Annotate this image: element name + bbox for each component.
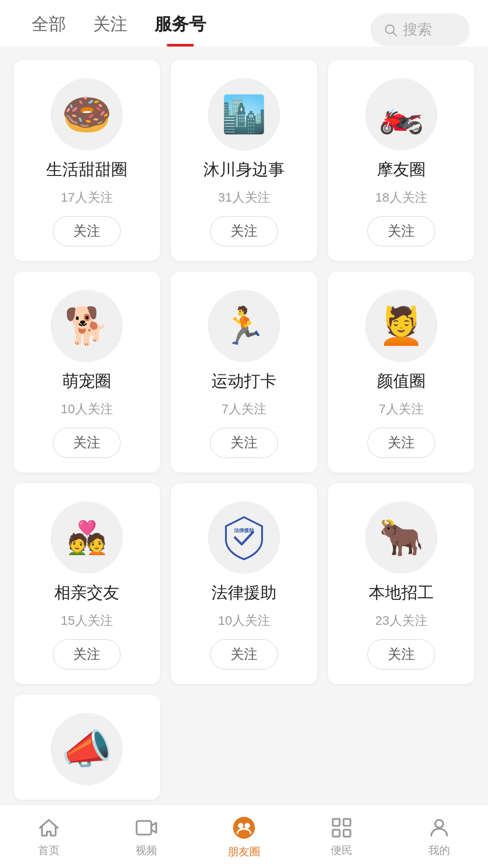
channel-card-2: 🏙️ 沐川身边事 31人关注 关注 [171,60,317,261]
follow-button-3[interactable]: 关注 [367,216,435,246]
channel-avatar-2: 🏙️ [208,78,280,151]
nav-item-video[interactable]: 视频 [115,816,178,858]
nav-label-apps: 便民 [331,843,352,858]
channel-name-6: 颜值圈 [377,370,426,392]
home-icon [37,816,61,840]
friends-circle-icon [231,815,257,841]
channel-card-5: 🏃 运动打卡 7人关注 关注 [171,272,317,472]
channel-name-3: 摩友圈 [377,159,426,181]
nav-label-video: 视频 [136,843,157,858]
channel-grid-row2: 🐕 萌宠圈 10人关注 关注 🏃 运动打卡 7人关注 关注 💆 颜值圈 7人关注… [14,272,474,472]
follow-button-4[interactable]: 关注 [53,428,121,458]
follow-button-2[interactable]: 关注 [210,216,278,246]
follow-button-8[interactable]: 关注 [210,639,278,670]
svg-text:法律援助: 法律援助 [234,528,254,533]
channel-avatar-4: 🐕 [51,290,123,362]
nav-item-profile[interactable]: 我的 [408,816,471,858]
svg-rect-8 [343,819,350,826]
nav-label-home: 首页 [38,843,60,858]
channel-avatar-9: 🐂 [365,501,437,574]
channel-avatar-1: 🍩 [51,78,123,151]
svg-point-5 [238,823,244,828]
channel-name-4: 萌宠圈 [62,370,111,392]
channel-card-10: 📣 [14,695,160,800]
apps-icon [330,816,353,840]
svg-line-1 [393,33,396,36]
channel-avatar-5: 🏃 [208,290,280,362]
law-shield-icon: 法律援助 [221,515,267,560]
channel-followers-9: 23人关注 [375,612,427,629]
channel-followers-7: 15人关注 [61,612,113,629]
user-icon [427,816,451,840]
channel-card-4: 🐕 萌宠圈 10人关注 关注 [14,272,160,472]
channel-card-9: 🐂 本地招工 23人关注 关注 [328,483,474,684]
nav-item-apps[interactable]: 便民 [310,816,373,858]
channel-card-1: 🍩 生活甜甜圈 17人关注 关注 [14,60,160,261]
svg-rect-7 [333,819,340,826]
nav-item-home[interactable]: 首页 [17,816,80,858]
search-box[interactable]: 搜索 [371,14,470,46]
channel-card-6: 💆 颜值圈 7人关注 关注 [328,272,474,472]
tab-bar: 全部 关注 服务号 搜索 [0,0,488,47]
svg-rect-9 [333,830,340,836]
channel-avatar-10: 📣 [51,713,123,785]
channel-name-9: 本地招工 [369,582,434,604]
channel-grid-row1: 🍩 生活甜甜圈 17人关注 关注 🏙️ 沐川身边事 31人关注 关注 🏍️ 摩友… [14,60,474,261]
channel-card-7: 💑 相亲交友 15人关注 关注 [14,483,160,684]
nav-label-profile: 我的 [428,843,450,858]
channel-followers-5: 7人关注 [221,401,267,418]
channel-avatar-7: 💑 [51,501,123,574]
follow-button-7[interactable]: 关注 [53,639,121,670]
channel-name-7: 相亲交友 [54,582,119,604]
channel-followers-1: 17人关注 [61,189,113,206]
svg-point-11 [435,820,443,827]
channel-followers-2: 31人关注 [218,189,270,206]
search-icon [383,23,398,37]
channel-grid-row3: 💑 相亲交友 15人关注 关注 法律援助 法律援助 10人关注 关注 🐂 [14,483,474,684]
channel-followers-3: 18人关注 [375,189,427,206]
main-content: 🍩 生活甜甜圈 17人关注 关注 🏙️ 沐川身边事 31人关注 关注 🏍️ 摩友… [0,47,488,868]
svg-rect-3 [136,821,151,834]
nav-item-friends[interactable]: 朋友圈 [212,815,276,859]
follow-button-1[interactable]: 关注 [53,216,121,246]
channel-name-8: 法律援助 [211,582,277,604]
tab-all[interactable]: 全部 [18,13,80,47]
channel-grid-row4: 📣 [14,695,474,800]
channel-name-1: 生活甜甜圈 [46,159,127,181]
channel-card-8: 法律援助 法律援助 10人关注 关注 [171,483,317,684]
channel-followers-4: 10人关注 [61,401,113,418]
channel-avatar-8: 法律援助 [208,501,280,574]
bottom-nav: 首页 视频 朋友圈 便民 我的 [0,805,488,868]
svg-point-4 [233,816,255,838]
follow-button-9[interactable]: 关注 [367,639,435,670]
channel-card-3: 🏍️ 摩友圈 18人关注 关注 [328,60,474,261]
svg-point-6 [244,823,250,828]
search-placeholder: 搜索 [403,20,432,40]
tab-follow[interactable]: 关注 [80,13,141,47]
channel-name-5: 运动打卡 [211,370,277,392]
channel-followers-6: 7人关注 [379,401,424,418]
follow-button-5[interactable]: 关注 [210,428,278,458]
follow-button-6[interactable]: 关注 [367,428,435,458]
channel-followers-8: 10人关注 [218,612,270,629]
svg-rect-10 [343,830,350,836]
channel-avatar-6: 💆 [365,290,437,362]
video-icon [135,816,158,840]
channel-name-2: 沐川身边事 [203,159,285,181]
tab-service[interactable]: 服务号 [141,13,220,47]
channel-avatar-3: 🏍️ [365,78,437,151]
nav-label-friends: 朋友圈 [228,844,260,859]
